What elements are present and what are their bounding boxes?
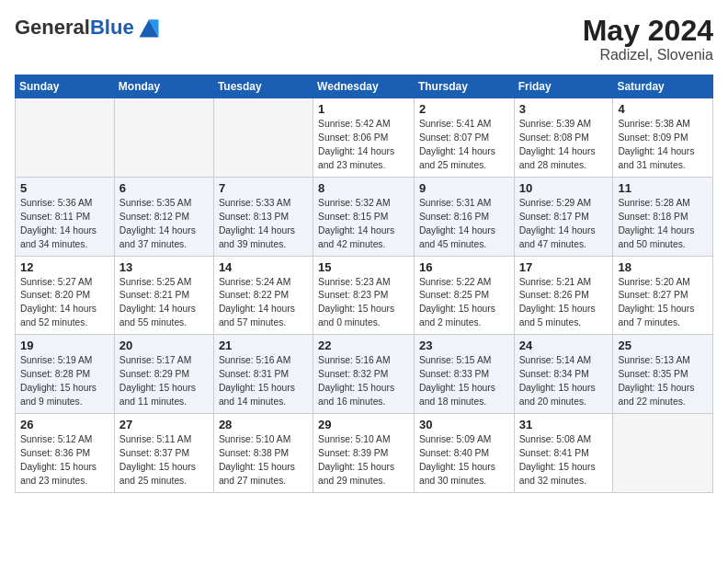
day-number: 4 bbox=[618, 102, 708, 116]
day-number: 17 bbox=[519, 260, 609, 274]
day-info: Sunrise: 5:42 AMSunset: 8:06 PMDaylight:… bbox=[318, 118, 409, 173]
calendar-day-cell: 1Sunrise: 5:42 AMSunset: 8:06 PMDaylight… bbox=[313, 98, 415, 178]
day-info: Sunrise: 5:36 AMSunset: 8:11 PMDaylight:… bbox=[20, 197, 109, 252]
day-info: Sunrise: 5:19 AMSunset: 8:28 PMDaylight:… bbox=[20, 354, 109, 409]
day-info: Sunrise: 5:29 AMSunset: 8:17 PMDaylight:… bbox=[519, 197, 609, 252]
day-number: 29 bbox=[318, 418, 409, 431]
page-container: GeneralBlue May 2024 Radizel, Slovenia S… bbox=[0, 0, 728, 500]
logo-general-text: General bbox=[15, 16, 90, 39]
day-info: Sunrise: 5:25 AMSunset: 8:21 PMDaylight:… bbox=[119, 276, 209, 331]
day-number: 8 bbox=[318, 181, 409, 195]
calendar-day-cell: 25Sunrise: 5:13 AMSunset: 8:35 PMDayligh… bbox=[613, 335, 713, 414]
day-info: Sunrise: 5:10 AMSunset: 8:38 PMDaylight:… bbox=[219, 433, 308, 488]
day-info: Sunrise: 5:41 AMSunset: 8:07 PMDaylight:… bbox=[419, 118, 509, 173]
header-thursday: Thursday bbox=[414, 75, 514, 98]
calendar-day-cell bbox=[213, 98, 313, 178]
day-info: Sunrise: 5:33 AMSunset: 8:13 PMDaylight:… bbox=[219, 197, 308, 252]
day-info: Sunrise: 5:08 AMSunset: 8:41 PMDaylight:… bbox=[519, 433, 609, 488]
calendar-day-cell: 28Sunrise: 5:10 AMSunset: 8:38 PMDayligh… bbox=[213, 413, 313, 492]
logo-blue-text: Blue bbox=[90, 16, 134, 39]
page-header: GeneralBlue May 2024 Radizel, Slovenia bbox=[15, 15, 713, 63]
calendar-day-cell: 11Sunrise: 5:28 AMSunset: 8:18 PMDayligh… bbox=[613, 177, 713, 256]
day-number: 18 bbox=[618, 260, 708, 274]
calendar-day-cell: 29Sunrise: 5:10 AMSunset: 8:39 PMDayligh… bbox=[313, 413, 415, 492]
day-number: 21 bbox=[219, 339, 308, 352]
calendar-day-cell: 12Sunrise: 5:27 AMSunset: 8:20 PMDayligh… bbox=[16, 256, 115, 335]
header-wednesday: Wednesday bbox=[313, 75, 415, 98]
calendar-day-cell: 23Sunrise: 5:15 AMSunset: 8:33 PMDayligh… bbox=[414, 335, 514, 414]
month-year: May 2024 bbox=[583, 15, 713, 47]
day-number: 7 bbox=[219, 181, 308, 195]
calendar-day-cell: 6Sunrise: 5:35 AMSunset: 8:12 PMDaylight… bbox=[114, 177, 213, 256]
day-number: 31 bbox=[519, 418, 609, 431]
logo-icon bbox=[136, 15, 162, 40]
day-number: 25 bbox=[618, 339, 708, 352]
calendar-day-cell bbox=[613, 413, 713, 492]
day-info: Sunrise: 5:14 AMSunset: 8:34 PMDaylight:… bbox=[519, 354, 609, 409]
calendar-day-cell bbox=[114, 98, 213, 178]
calendar-week-row: 19Sunrise: 5:19 AMSunset: 8:28 PMDayligh… bbox=[16, 335, 713, 414]
calendar-day-cell: 7Sunrise: 5:33 AMSunset: 8:13 PMDaylight… bbox=[213, 177, 313, 256]
header-sunday: Sunday bbox=[16, 75, 115, 98]
day-info: Sunrise: 5:39 AMSunset: 8:08 PMDaylight:… bbox=[519, 118, 609, 173]
day-number: 22 bbox=[318, 339, 409, 352]
calendar-day-cell: 26Sunrise: 5:12 AMSunset: 8:36 PMDayligh… bbox=[16, 413, 115, 492]
day-number: 23 bbox=[419, 339, 509, 352]
day-info: Sunrise: 5:23 AMSunset: 8:23 PMDaylight:… bbox=[318, 276, 409, 331]
calendar-day-cell: 15Sunrise: 5:23 AMSunset: 8:23 PMDayligh… bbox=[313, 256, 415, 335]
day-info: Sunrise: 5:31 AMSunset: 8:16 PMDaylight:… bbox=[419, 197, 509, 252]
calendar-day-cell: 22Sunrise: 5:16 AMSunset: 8:32 PMDayligh… bbox=[313, 335, 415, 414]
header-monday: Monday bbox=[114, 75, 213, 98]
calendar-day-cell: 18Sunrise: 5:20 AMSunset: 8:27 PMDayligh… bbox=[613, 256, 713, 335]
calendar-day-cell: 30Sunrise: 5:09 AMSunset: 8:40 PMDayligh… bbox=[414, 413, 514, 492]
calendar-day-cell: 13Sunrise: 5:25 AMSunset: 8:21 PMDayligh… bbox=[114, 256, 213, 335]
calendar-day-cell: 16Sunrise: 5:22 AMSunset: 8:25 PMDayligh… bbox=[414, 256, 514, 335]
calendar-day-cell: 4Sunrise: 5:38 AMSunset: 8:09 PMDaylight… bbox=[613, 98, 713, 178]
calendar-week-row: 26Sunrise: 5:12 AMSunset: 8:36 PMDayligh… bbox=[16, 413, 713, 492]
day-number: 12 bbox=[20, 260, 109, 274]
day-number: 19 bbox=[20, 339, 109, 352]
day-info: Sunrise: 5:16 AMSunset: 8:32 PMDaylight:… bbox=[318, 354, 409, 409]
day-number: 13 bbox=[119, 260, 209, 274]
day-info: Sunrise: 5:35 AMSunset: 8:12 PMDaylight:… bbox=[119, 197, 209, 252]
day-number: 24 bbox=[519, 339, 609, 352]
day-info: Sunrise: 5:09 AMSunset: 8:40 PMDaylight:… bbox=[419, 433, 509, 488]
calendar-day-cell: 27Sunrise: 5:11 AMSunset: 8:37 PMDayligh… bbox=[114, 413, 213, 492]
calendar-table: Sunday Monday Tuesday Wednesday Thursday… bbox=[15, 75, 713, 492]
calendar-day-cell: 9Sunrise: 5:31 AMSunset: 8:16 PMDaylight… bbox=[414, 177, 514, 256]
day-info: Sunrise: 5:24 AMSunset: 8:22 PMDaylight:… bbox=[219, 276, 308, 331]
day-info: Sunrise: 5:10 AMSunset: 8:39 PMDaylight:… bbox=[318, 433, 409, 488]
day-number: 15 bbox=[318, 260, 409, 274]
day-number: 3 bbox=[519, 102, 609, 116]
calendar-day-cell: 3Sunrise: 5:39 AMSunset: 8:08 PMDaylight… bbox=[514, 98, 613, 178]
title-block: May 2024 Radizel, Slovenia bbox=[583, 15, 713, 63]
day-info: Sunrise: 5:32 AMSunset: 8:15 PMDaylight:… bbox=[318, 197, 409, 252]
calendar-week-row: 5Sunrise: 5:36 AMSunset: 8:11 PMDaylight… bbox=[16, 177, 713, 256]
day-number: 10 bbox=[519, 181, 609, 195]
day-info: Sunrise: 5:12 AMSunset: 8:36 PMDaylight:… bbox=[20, 433, 109, 488]
day-number: 27 bbox=[119, 418, 209, 431]
calendar-day-cell: 19Sunrise: 5:19 AMSunset: 8:28 PMDayligh… bbox=[16, 335, 115, 414]
day-info: Sunrise: 5:15 AMSunset: 8:33 PMDaylight:… bbox=[419, 354, 509, 409]
day-number: 28 bbox=[219, 418, 308, 431]
calendar-day-cell: 31Sunrise: 5:08 AMSunset: 8:41 PMDayligh… bbox=[514, 413, 613, 492]
weekday-header-row: Sunday Monday Tuesday Wednesday Thursday… bbox=[16, 75, 713, 98]
day-number: 26 bbox=[20, 418, 109, 431]
calendar-day-cell: 17Sunrise: 5:21 AMSunset: 8:26 PMDayligh… bbox=[514, 256, 613, 335]
calendar-day-cell: 10Sunrise: 5:29 AMSunset: 8:17 PMDayligh… bbox=[514, 177, 613, 256]
header-tuesday: Tuesday bbox=[213, 75, 313, 98]
calendar-week-row: 12Sunrise: 5:27 AMSunset: 8:20 PMDayligh… bbox=[16, 256, 713, 335]
calendar-day-cell: 8Sunrise: 5:32 AMSunset: 8:15 PMDaylight… bbox=[313, 177, 415, 256]
calendar-day-cell bbox=[16, 98, 115, 178]
calendar-week-row: 1Sunrise: 5:42 AMSunset: 8:06 PMDaylight… bbox=[16, 98, 713, 178]
day-number: 11 bbox=[618, 181, 708, 195]
day-number: 20 bbox=[119, 339, 209, 352]
day-info: Sunrise: 5:38 AMSunset: 8:09 PMDaylight:… bbox=[618, 118, 708, 173]
calendar-day-cell: 24Sunrise: 5:14 AMSunset: 8:34 PMDayligh… bbox=[514, 335, 613, 414]
day-number: 16 bbox=[419, 260, 509, 274]
day-info: Sunrise: 5:21 AMSunset: 8:26 PMDaylight:… bbox=[519, 276, 609, 331]
day-number: 30 bbox=[419, 418, 509, 431]
day-info: Sunrise: 5:16 AMSunset: 8:31 PMDaylight:… bbox=[219, 354, 308, 409]
day-number: 2 bbox=[419, 102, 509, 116]
day-number: 1 bbox=[318, 102, 409, 116]
